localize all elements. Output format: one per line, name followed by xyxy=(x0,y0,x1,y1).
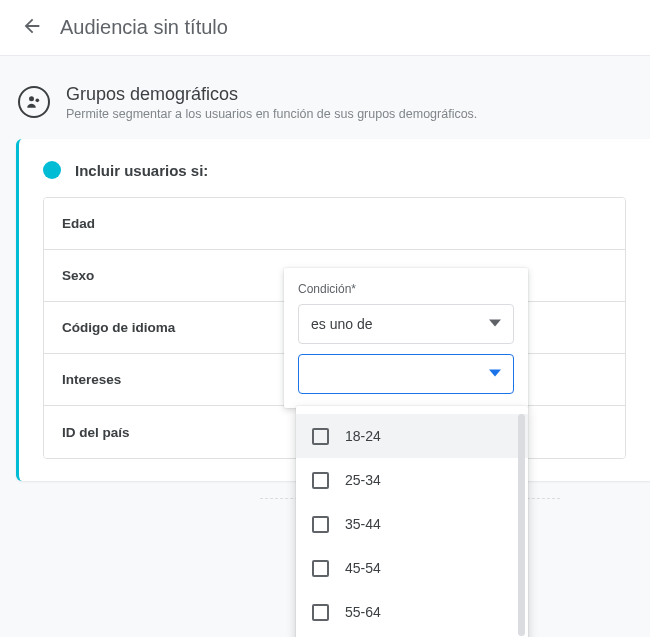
page-title: Audiencia sin título xyxy=(60,16,228,39)
include-label: Incluir usuarios si: xyxy=(75,162,208,179)
checkbox-icon[interactable] xyxy=(312,604,329,621)
option-label: 35-44 xyxy=(345,516,381,532)
value-select[interactable] xyxy=(298,354,514,394)
caret-down-icon xyxy=(489,366,501,382)
condition-label: Condición* xyxy=(298,282,514,296)
option-25-34[interactable]: 25-34 xyxy=(296,458,528,502)
caret-down-icon xyxy=(489,316,501,332)
field-row-edad[interactable]: Edad xyxy=(44,198,625,250)
option-18-24[interactable]: 18-24 xyxy=(296,414,528,458)
field-label: Intereses xyxy=(62,372,121,387)
condition-panel: Condición* es uno de xyxy=(284,268,528,408)
option-label: 55-64 xyxy=(345,604,381,620)
checkbox-icon[interactable] xyxy=(312,472,329,489)
svg-point-1 xyxy=(36,99,40,103)
select-value: es uno de xyxy=(311,316,373,332)
svg-point-0 xyxy=(29,96,34,101)
option-45-54[interactable]: 45-54 xyxy=(296,546,528,590)
option-label: 25-34 xyxy=(345,472,381,488)
section-subtitle: Permite segmentar a los usuarios en func… xyxy=(66,107,477,121)
option-55-64[interactable]: 55-64 xyxy=(296,590,528,634)
option-label: 18-24 xyxy=(345,428,381,444)
field-label: Sexo xyxy=(62,268,94,283)
condition-select[interactable]: es uno de xyxy=(298,304,514,344)
field-label: Edad xyxy=(62,216,95,231)
demographics-icon xyxy=(18,86,50,118)
field-label: ID del país xyxy=(62,425,130,440)
include-row: Incluir usuarios si: xyxy=(19,161,650,197)
field-label: Código de idioma xyxy=(62,320,175,335)
workspace: Grupos demográficos Permite segmentar a … xyxy=(0,56,650,637)
checkbox-icon[interactable] xyxy=(312,516,329,533)
back-button[interactable] xyxy=(12,8,52,48)
options-dropdown[interactable]: 18-24 25-34 35-44 45-54 55-64 xyxy=(296,406,528,637)
option-label: 45-54 xyxy=(345,560,381,576)
checkbox-icon[interactable] xyxy=(312,560,329,577)
include-indicator-dot xyxy=(43,161,61,179)
section-title: Grupos demográficos xyxy=(66,84,477,105)
header-bar: Audiencia sin título xyxy=(0,0,650,56)
section-header: Grupos demográficos Permite segmentar a … xyxy=(0,84,650,139)
checkbox-icon[interactable] xyxy=(312,428,329,445)
arrow-left-icon xyxy=(21,15,43,41)
option-35-44[interactable]: 35-44 xyxy=(296,502,528,546)
